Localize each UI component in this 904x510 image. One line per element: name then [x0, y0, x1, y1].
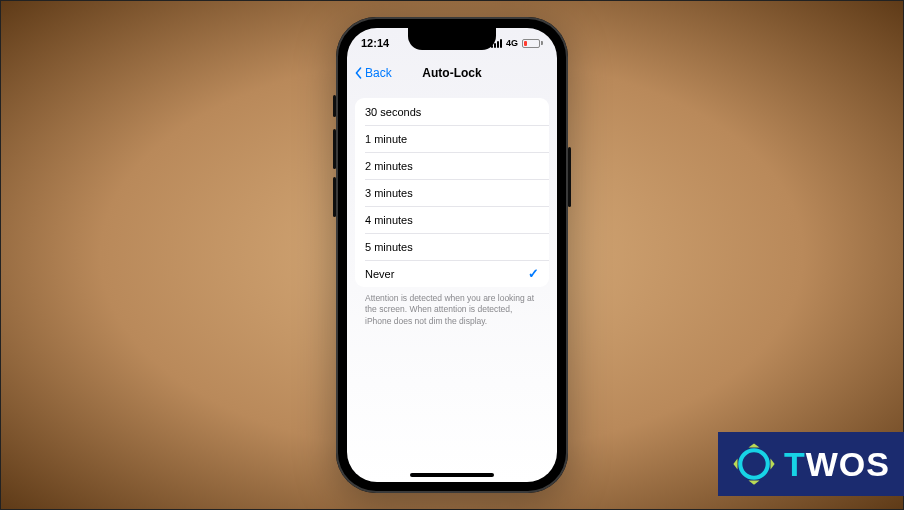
- svg-marker-3: [749, 443, 760, 447]
- phone-side-button: [333, 95, 336, 117]
- autolock-option-1-minute[interactable]: 1 minute: [355, 125, 549, 152]
- phone-frame: 12:14 4G Ba: [336, 17, 568, 493]
- svg-marker-2: [733, 459, 737, 470]
- back-label: Back: [365, 66, 392, 80]
- option-label: 2 minutes: [365, 160, 413, 172]
- phone-notch: [408, 28, 496, 50]
- phone-side-button: [333, 129, 336, 169]
- twos-text-rest: WOS: [806, 445, 890, 483]
- svg-point-0: [740, 450, 768, 478]
- option-label: 30 seconds: [365, 106, 421, 118]
- autolock-options-list: 30 seconds 1 minute 2 minutes 3 minutes …: [355, 98, 549, 287]
- autolock-option-4-minutes[interactable]: 4 minutes: [355, 206, 549, 233]
- status-time: 12:14: [361, 37, 389, 49]
- twos-text-t: T: [784, 445, 806, 483]
- autolock-option-5-minutes[interactable]: 5 minutes: [355, 233, 549, 260]
- twos-logo-icon: [732, 442, 776, 486]
- phone-side-button: [568, 147, 571, 207]
- network-type-label: 4G: [506, 38, 518, 48]
- nav-bar: Back Auto-Lock: [347, 58, 557, 88]
- chevron-left-icon: [355, 67, 362, 79]
- svg-marker-4: [749, 481, 760, 485]
- twos-badge: TWOS: [718, 432, 904, 496]
- twos-logo-text: TWOS: [784, 445, 890, 484]
- option-label: 5 minutes: [365, 241, 413, 253]
- content-area: 30 seconds 1 minute 2 minutes 3 minutes …: [347, 88, 557, 327]
- option-label: 3 minutes: [365, 187, 413, 199]
- option-label: 4 minutes: [365, 214, 413, 226]
- phone-screen: 12:14 4G Ba: [347, 28, 557, 482]
- checkmark-icon: ✓: [528, 266, 539, 281]
- option-label: 1 minute: [365, 133, 407, 145]
- stage: 12:14 4G Ba: [0, 0, 904, 510]
- autolock-option-never[interactable]: Never ✓: [355, 260, 549, 287]
- autolock-option-3-minutes[interactable]: 3 minutes: [355, 179, 549, 206]
- autolock-option-2-minutes[interactable]: 2 minutes: [355, 152, 549, 179]
- phone-side-button: [333, 177, 336, 217]
- autolock-footer-note: Attention is detected when you are looki…: [355, 287, 549, 327]
- option-label: Never: [365, 268, 394, 280]
- back-button[interactable]: Back: [355, 66, 392, 80]
- autolock-option-30-seconds[interactable]: 30 seconds: [355, 98, 549, 125]
- svg-marker-1: [771, 459, 775, 470]
- battery-icon: [522, 39, 543, 48]
- home-indicator[interactable]: [410, 473, 494, 477]
